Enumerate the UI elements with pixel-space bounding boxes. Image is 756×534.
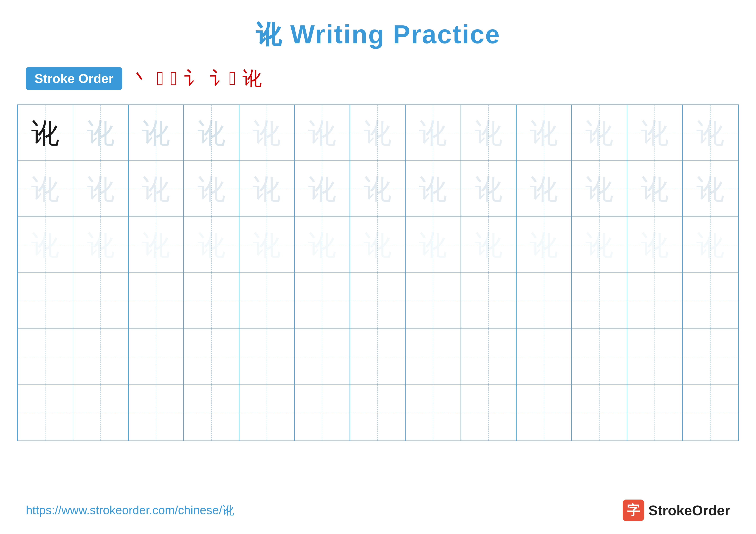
grid-cell[interactable]: 讹 (683, 161, 738, 216)
grid-cell[interactable]: 讹 (627, 273, 683, 328)
grid-cell[interactable]: 讹 (627, 385, 683, 441)
grid-cell[interactable]: 讹 (683, 273, 738, 328)
grid-cell[interactable]: 讹 (461, 105, 517, 161)
grid-cell[interactable]: 讹 (18, 385, 73, 441)
grid-cell[interactable]: 讹 (129, 217, 184, 272)
grid-cell[interactable]: 讹 (517, 329, 572, 385)
grid-cell[interactable]: 讹 (239, 385, 295, 441)
grid-cell[interactable]: 讹 (406, 161, 461, 216)
cell-character: 讹 (31, 175, 59, 203)
grid-cell[interactable]: 讹 (461, 217, 517, 272)
grid-cell[interactable]: 讹 (73, 161, 129, 216)
grid-cell[interactable]: 讹 (239, 329, 295, 385)
grid-cell[interactable]: 讹 (461, 385, 517, 441)
grid-cell[interactable]: 讹 (295, 161, 350, 216)
grid-cell[interactable]: 讹 (406, 105, 461, 161)
grid-row: 讹讹讹讹讹讹讹讹讹讹讹讹讹 (18, 329, 738, 385)
grid-cell[interactable]: 讹 (461, 329, 517, 385)
logo-text: StrokeOrder (648, 502, 730, 519)
grid-cell[interactable]: 讹 (350, 105, 406, 161)
grid-cell[interactable]: 讹 (18, 217, 73, 272)
grid-cell[interactable]: 讹 (184, 105, 239, 161)
grid-cell[interactable]: 讹 (184, 385, 239, 441)
grid-cell[interactable]: 讹 (683, 105, 738, 161)
grid-cell[interactable]: 讹 (683, 385, 738, 441)
stroke-step-6: 讹 (242, 65, 262, 91)
grid-cell[interactable]: 讹 (683, 329, 738, 385)
grid-cell[interactable]: 讹 (350, 217, 406, 272)
grid-cell[interactable]: 讹 (129, 385, 184, 441)
cell-character: 讹 (641, 119, 669, 147)
grid-cell[interactable]: 讹 (627, 161, 683, 216)
grid-cell[interactable]: 讹 (239, 273, 295, 328)
grid-cell[interactable]: 讹 (184, 217, 239, 272)
grid-cell[interactable]: 讹 (350, 273, 406, 328)
grid-cell[interactable]: 讹 (295, 105, 350, 161)
grid-cell[interactable]: 讹 (129, 273, 184, 328)
grid-cell[interactable]: 讹 (239, 161, 295, 216)
footer-url[interactable]: https://www.strokeorder.com/chinese/讹 (26, 502, 234, 518)
cell-character: 讹 (308, 343, 336, 371)
cell-character: 讹 (419, 343, 447, 371)
grid-cell[interactable]: 讹 (517, 161, 572, 216)
grid-cell[interactable]: 讹 (18, 161, 73, 216)
cell-character: 讹 (474, 119, 502, 147)
grid-cell[interactable]: 讹 (517, 273, 572, 328)
cell-character: 讹 (641, 399, 669, 427)
grid-row: 讹讹讹讹讹讹讹讹讹讹讹讹讹 (18, 161, 738, 217)
cell-character: 讹 (530, 399, 558, 427)
stroke-order-section: Stroke Order 丶 𠃊 𠄌 讠 讠𠃊 讹 (0, 52, 756, 100)
grid-cell[interactable]: 讹 (129, 329, 184, 385)
grid-cell[interactable]: 讹 (295, 217, 350, 272)
grid-cell[interactable]: 讹 (73, 105, 129, 161)
cell-character: 讹 (87, 231, 115, 259)
grid-cell[interactable]: 讹 (406, 329, 461, 385)
grid-cell[interactable]: 讹 (239, 105, 295, 161)
grid-cell[interactable]: 讹 (18, 329, 73, 385)
grid-cell[interactable]: 讹 (73, 329, 129, 385)
grid-cell[interactable]: 讹 (184, 273, 239, 328)
grid-cell[interactable]: 讹 (517, 217, 572, 272)
grid-cell[interactable]: 讹 (572, 273, 627, 328)
grid-cell[interactable]: 讹 (406, 273, 461, 328)
grid-cell[interactable]: 讹 (406, 385, 461, 441)
grid-cell[interactable]: 讹 (572, 105, 627, 161)
grid-cell[interactable]: 讹 (517, 105, 572, 161)
cell-character: 讹 (31, 119, 59, 147)
grid-cell[interactable]: 讹 (184, 161, 239, 216)
grid-cell[interactable]: 讹 (572, 161, 627, 216)
grid-cell[interactable]: 讹 (572, 217, 627, 272)
cell-character: 讹 (474, 343, 502, 371)
grid-cell[interactable]: 讹 (461, 161, 517, 216)
grid-cell[interactable]: 讹 (73, 385, 129, 441)
cell-character: 讹 (198, 175, 226, 203)
grid-cell[interactable]: 讹 (350, 385, 406, 441)
grid-cell[interactable]: 讹 (627, 105, 683, 161)
grid-cell[interactable]: 讹 (295, 385, 350, 441)
grid-cell[interactable]: 讹 (18, 105, 73, 161)
grid-cell[interactable]: 讹 (627, 217, 683, 272)
footer-logo: 字 StrokeOrder (623, 499, 730, 521)
cell-character: 讹 (142, 175, 170, 203)
grid-cell[interactable]: 讹 (129, 105, 184, 161)
grid-cell[interactable]: 讹 (572, 385, 627, 441)
cell-character: 讹 (308, 119, 336, 147)
grid-cell[interactable]: 讹 (627, 329, 683, 385)
grid-cell[interactable]: 讹 (350, 161, 406, 216)
grid-cell[interactable]: 讹 (18, 273, 73, 328)
grid-cell[interactable]: 讹 (295, 273, 350, 328)
grid-cell[interactable]: 讹 (239, 217, 295, 272)
grid-cell[interactable]: 讹 (406, 217, 461, 272)
cell-character: 讹 (419, 399, 447, 427)
grid-cell[interactable]: 讹 (73, 273, 129, 328)
grid-cell[interactable]: 讹 (683, 217, 738, 272)
grid-cell[interactable]: 讹 (350, 329, 406, 385)
grid-cell[interactable]: 讹 (184, 329, 239, 385)
grid-cell[interactable]: 讹 (461, 273, 517, 328)
grid-cell[interactable]: 讹 (295, 329, 350, 385)
grid-cell[interactable]: 讹 (572, 329, 627, 385)
grid-cell[interactable]: 讹 (517, 385, 572, 441)
grid-cell[interactable]: 讹 (129, 161, 184, 216)
cell-character: 讹 (530, 287, 558, 315)
grid-cell[interactable]: 讹 (73, 217, 129, 272)
